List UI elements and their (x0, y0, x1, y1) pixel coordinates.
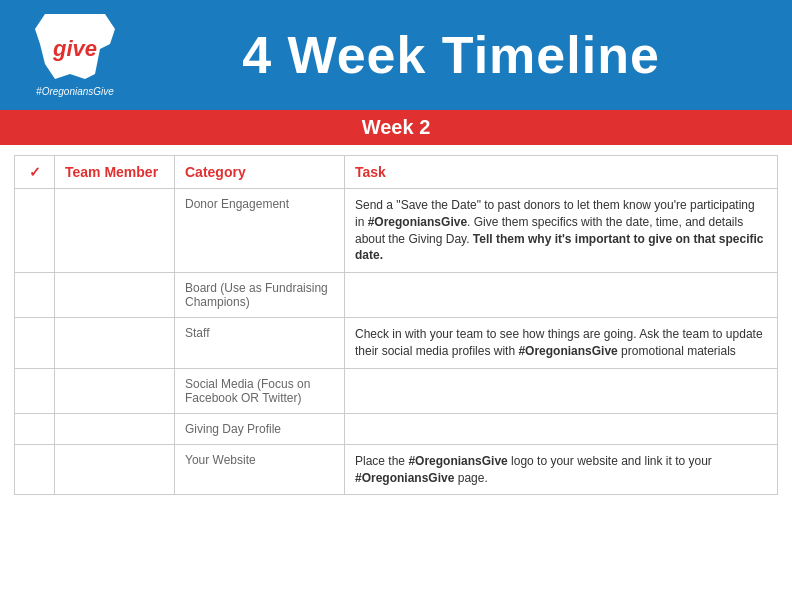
col-task: Task (345, 156, 778, 189)
logo-tagline: #OregoniansGive (36, 86, 114, 97)
table-row: StaffCheck in with your team to see how … (15, 318, 778, 369)
cell-team-member (55, 273, 175, 318)
table-row: Donor EngagementSend a "Save the Date" t… (15, 189, 778, 273)
logo-area: give #OregoniansGive (20, 14, 130, 97)
cell-check (15, 273, 55, 318)
cell-check (15, 189, 55, 273)
cell-category: Board (Use as Fundraising Champions) (175, 273, 345, 318)
cell-check (15, 318, 55, 369)
week-banner: Week 2 (0, 110, 792, 145)
cell-category: Donor Engagement (175, 189, 345, 273)
cell-category: Social Media (Focus on Facebook OR Twitt… (175, 368, 345, 413)
table-row: Your WebsitePlace the #OregoniansGive lo… (15, 444, 778, 495)
col-category: Category (175, 156, 345, 189)
cell-team-member (55, 368, 175, 413)
table-row: Board (Use as Fundraising Champions) (15, 273, 778, 318)
logo-icon: give (35, 14, 115, 84)
cell-task: Place the #OregoniansGive logo to your w… (345, 444, 778, 495)
cell-task (345, 413, 778, 444)
timeline-table: ✓ Team Member Category Task Donor Engage… (14, 155, 778, 495)
table-row: Social Media (Focus on Facebook OR Twitt… (15, 368, 778, 413)
cell-check (15, 368, 55, 413)
cell-team-member (55, 413, 175, 444)
col-check: ✓ (15, 156, 55, 189)
svg-text:give: give (52, 36, 97, 61)
table-row: Giving Day Profile (15, 413, 778, 444)
table-header-row: ✓ Team Member Category Task (15, 156, 778, 189)
cell-team-member (55, 444, 175, 495)
cell-task: Check in with your team to see how thing… (345, 318, 778, 369)
col-team-member: Team Member (55, 156, 175, 189)
cell-task (345, 273, 778, 318)
cell-team-member (55, 189, 175, 273)
main-table-container: ✓ Team Member Category Task Donor Engage… (0, 145, 792, 505)
page-title: 4 Week Timeline (130, 25, 772, 85)
header: give #OregoniansGive 4 Week Timeline (0, 0, 792, 110)
cell-category: Staff (175, 318, 345, 369)
cell-category: Giving Day Profile (175, 413, 345, 444)
cell-check (15, 444, 55, 495)
cell-check (15, 413, 55, 444)
cell-team-member (55, 318, 175, 369)
cell-category: Your Website (175, 444, 345, 495)
cell-task (345, 368, 778, 413)
cell-task: Send a "Save the Date" to past donors to… (345, 189, 778, 273)
